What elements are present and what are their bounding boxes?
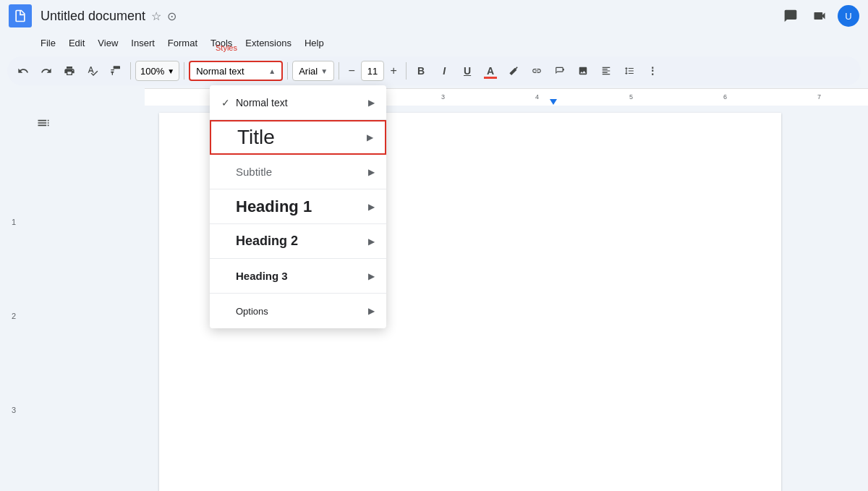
dropdown-item-subtitle[interactable]: Subtitle ▶ bbox=[210, 155, 386, 189]
insert-image-button[interactable] bbox=[573, 61, 593, 81]
font-selector[interactable]: Arial ▼ bbox=[292, 61, 334, 81]
align-button[interactable] bbox=[596, 61, 616, 81]
toolbar: 100% ▼ Normal text ▲ Arial ▼ − + B I U A… bbox=[7, 56, 861, 85]
style-label: Normal text bbox=[196, 66, 265, 77]
arrow-icon-subtitle: ▶ bbox=[368, 167, 375, 177]
arrow-icon-normal: ▶ bbox=[368, 98, 375, 108]
menu-insert[interactable]: Insert bbox=[125, 35, 161, 51]
more-options-button[interactable]: ⋮ bbox=[642, 61, 663, 81]
star-icon[interactable]: ☆ bbox=[151, 9, 161, 23]
style-selector[interactable]: Normal text ▲ bbox=[189, 61, 283, 81]
toolbar-separator-5 bbox=[406, 62, 407, 80]
arrow-icon-title: ▶ bbox=[367, 132, 373, 142]
account-avatar[interactable]: U bbox=[838, 5, 859, 27]
dropdown-item-heading1[interactable]: Heading 1 ▶ bbox=[210, 189, 386, 224]
top-right-area: U bbox=[780, 5, 859, 27]
document-title[interactable]: Untitled document bbox=[41, 9, 145, 24]
dropdown-label-options: Options bbox=[236, 306, 368, 317]
dropdown-item-options[interactable]: Options ▶ bbox=[210, 294, 386, 328]
menu-format[interactable]: Format bbox=[162, 35, 203, 51]
document-title-area: Untitled document ☆ ⊙ bbox=[41, 9, 176, 24]
save-to-drive-icon[interactable]: ⊙ bbox=[167, 9, 176, 23]
font-size-area: − + bbox=[344, 61, 401, 81]
print-button[interactable] bbox=[59, 61, 80, 81]
font-size-input[interactable] bbox=[361, 61, 384, 81]
italic-button[interactable]: I bbox=[434, 61, 454, 81]
font-label: Arial bbox=[299, 66, 318, 77]
dropdown-item-title[interactable]: Title ▶ bbox=[210, 120, 386, 155]
line-spacing-button[interactable] bbox=[619, 61, 639, 81]
redo-button[interactable] bbox=[36, 61, 56, 81]
check-icon: ✓ bbox=[221, 97, 236, 108]
link-button[interactable] bbox=[527, 61, 547, 81]
bold-button[interactable]: B bbox=[411, 61, 431, 81]
paint-format-button[interactable] bbox=[106, 61, 126, 81]
menu-bar: File Edit View Insert Format Tools Exten… bbox=[0, 32, 868, 54]
highlight-button[interactable] bbox=[503, 61, 524, 81]
menu-edit[interactable]: Edit bbox=[63, 35, 90, 51]
zoom-arrow-icon: ▼ bbox=[167, 67, 174, 75]
ruler-left bbox=[0, 88, 145, 106]
dropdown-item-normal-text[interactable]: ✓ Normal text ▶ bbox=[210, 85, 386, 120]
app-icon bbox=[9, 4, 32, 27]
dropdown-item-heading2[interactable]: Heading 2 ▶ bbox=[210, 224, 386, 259]
toolbar-separator-4 bbox=[339, 62, 339, 80]
dropdown-label-heading1: Heading 1 bbox=[236, 197, 368, 216]
increase-font-size-button[interactable]: + bbox=[386, 63, 401, 79]
dropdown-item-heading3[interactable]: Heading 3 ▶ bbox=[210, 259, 386, 294]
margin-num-2: 2 bbox=[12, 312, 16, 320]
dropdown-label-heading3: Heading 3 bbox=[236, 270, 368, 282]
zoom-value: 100% bbox=[140, 66, 164, 77]
menu-help[interactable]: Help bbox=[299, 35, 330, 51]
font-arrow-icon: ▼ bbox=[320, 67, 328, 75]
dropdown-label-heading2: Heading 2 bbox=[236, 234, 368, 249]
arrow-icon-h2: ▶ bbox=[368, 236, 375, 247]
arrow-icon-h1: ▶ bbox=[368, 202, 375, 212]
menu-file[interactable]: File bbox=[35, 35, 61, 51]
spell-check-button[interactable] bbox=[82, 61, 103, 81]
comment-button[interactable] bbox=[550, 61, 570, 81]
meet-button[interactable] bbox=[809, 5, 830, 27]
dropdown-label-subtitle: Subtitle bbox=[236, 166, 368, 178]
dropdown-label-title: Title bbox=[237, 126, 367, 149]
toolbar-separator-2 bbox=[184, 62, 184, 80]
ruler-area: 1 2 3 4 5 6 7 bbox=[0, 88, 868, 106]
text-color-button[interactable]: A bbox=[480, 61, 501, 81]
zoom-selector[interactable]: 100% ▼ bbox=[135, 61, 179, 81]
comments-button[interactable] bbox=[780, 5, 801, 27]
margin-num-3: 3 bbox=[12, 406, 16, 414]
decrease-font-size-button[interactable]: − bbox=[344, 63, 359, 79]
margin-num-1: 1 bbox=[12, 218, 16, 226]
top-bar: Untitled document ☆ ⊙ U bbox=[0, 0, 868, 32]
menu-extensions[interactable]: Extensions bbox=[239, 35, 297, 51]
dropdown-label-normal-text: Normal text bbox=[236, 97, 368, 108]
arrow-icon-options: ▶ bbox=[368, 306, 375, 316]
style-dropdown-menu: ✓ Normal text ▶ Title ▶ Subtitle ▶ Headi… bbox=[210, 85, 386, 328]
toolbar-separator-1 bbox=[130, 62, 131, 80]
outline-icon[interactable] bbox=[36, 116, 51, 134]
toolbar-separator-3 bbox=[287, 62, 288, 80]
style-arrow-icon: ▲ bbox=[268, 67, 276, 75]
underline-button[interactable]: U bbox=[457, 61, 477, 81]
left-margin: 1 2 3 bbox=[0, 106, 145, 491]
right-margin bbox=[796, 106, 868, 491]
arrow-icon-h3: ▶ bbox=[368, 271, 375, 281]
styles-label: Styles bbox=[216, 43, 237, 52]
main-content: 1 2 3 Normal text Normal text bbox=[0, 106, 868, 491]
undo-button[interactable] bbox=[13, 61, 33, 81]
menu-view[interactable]: View bbox=[92, 35, 124, 51]
